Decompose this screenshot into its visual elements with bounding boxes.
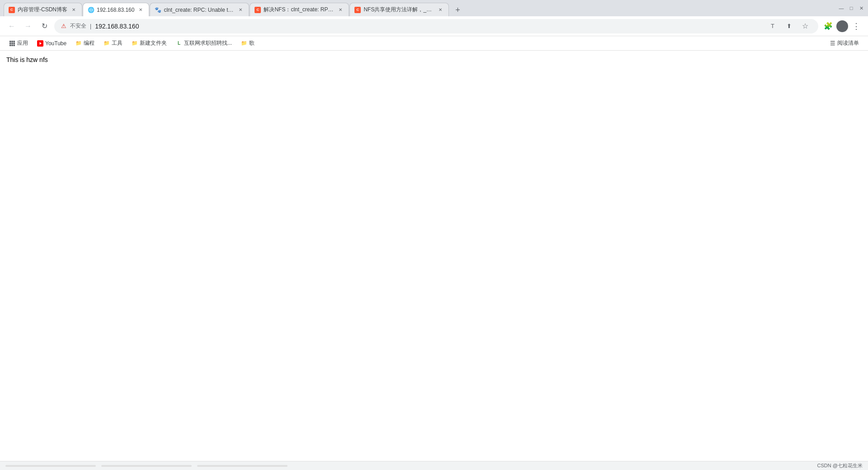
bookmark-new-folder-label: 新建文件夹 xyxy=(140,39,167,47)
security-warning-icon: ⚠ xyxy=(61,23,66,29)
tab-ip-address[interactable]: 🌐 192.168.83.160 ✕ xyxy=(83,3,149,16)
maximize-button[interactable]: □ xyxy=(848,5,854,11)
svg-rect-2 xyxy=(14,41,15,43)
bookmark-job-label: 互联网求职招聘找... xyxy=(184,39,232,47)
svg-rect-4 xyxy=(11,43,13,44)
tab-favicon-paw: 🐾 xyxy=(155,7,161,13)
extensions-button[interactable]: 🧩 xyxy=(822,20,835,33)
tab-title-clnt1: clnt_create: RPC: Unable to re... xyxy=(164,7,234,13)
address-bar[interactable]: ⚠ 不安全 | T ⬆ ☆ xyxy=(54,19,818,33)
tab-clnt-create1[interactable]: 🐾 clnt_create: RPC: Unable to re... ✕ xyxy=(150,3,249,16)
page-main-text: This is hzw nfs xyxy=(6,56,862,63)
tab-csdn-content[interactable]: C 内容管理-CSDN博客 ✕ xyxy=(4,3,82,16)
navigation-bar: ← → ↻ ⚠ 不安全 | T ⬆ ☆ 🧩 ⋮ xyxy=(0,16,868,36)
svg-rect-6 xyxy=(9,44,11,46)
security-label: 不安全 xyxy=(70,22,86,30)
folder-icon-music: 📁 xyxy=(241,40,247,47)
reload-button[interactable]: ↻ xyxy=(38,20,51,33)
svg-rect-1 xyxy=(11,41,13,43)
globe-icon: 🌐 xyxy=(88,7,94,13)
reading-list-label: 阅读清单 xyxy=(837,39,859,47)
job-icon: L xyxy=(176,40,182,47)
folder-icon-tools: 📁 xyxy=(104,40,110,47)
paw-icon: 🐾 xyxy=(155,7,161,13)
bookmark-job[interactable]: L 互联网求职招聘找... xyxy=(172,38,236,49)
bookmark-tools[interactable]: 📁 工具 xyxy=(100,38,126,49)
tab-favicon-globe: 🌐 xyxy=(88,7,94,13)
bookmark-youtube[interactable]: YouTube xyxy=(33,38,70,48)
reading-list-icon: ☰ xyxy=(830,40,835,47)
forward-button[interactable]: → xyxy=(22,20,34,33)
csdn-icon: C xyxy=(9,7,15,13)
tab-title-nfs-solve: 解决NFS：clnt_create: RPC: Po... xyxy=(264,6,334,14)
tab-close-1[interactable]: ✕ xyxy=(70,6,77,14)
bookmark-music[interactable]: 📁 歌 xyxy=(237,38,258,49)
page-content: This is hzw nfs xyxy=(0,51,868,461)
svg-rect-5 xyxy=(14,43,15,44)
address-separator: | xyxy=(90,23,91,29)
profile-avatar[interactable] xyxy=(836,20,848,32)
youtube-icon xyxy=(37,40,43,47)
bookmark-music-label: 歌 xyxy=(249,39,255,47)
share-icon[interactable]: ⬆ xyxy=(783,20,795,33)
bookmark-programming[interactable]: 📁 编程 xyxy=(72,38,98,49)
translate-icon[interactable]: T xyxy=(766,20,779,33)
csdn-icon-2: C xyxy=(255,7,261,13)
menu-button[interactable]: ⋮ xyxy=(850,20,863,33)
bookmarks-bar: 应用 YouTube 📁 编程 📁 工具 📁 新建文件夹 L 互联网求职招聘找.… xyxy=(0,36,868,51)
tab-nfs-share[interactable]: C NFS共享使用方法详解，_张必安... ✕ xyxy=(349,3,449,16)
folder-icon-new: 📁 xyxy=(132,40,138,47)
bookmark-star-icon[interactable]: ☆ xyxy=(799,20,811,33)
minimize-button[interactable]: — xyxy=(838,5,844,11)
new-tab-button[interactable]: + xyxy=(451,4,464,16)
svg-rect-0 xyxy=(9,41,11,43)
bookmark-new-folder[interactable]: 📁 新建文件夹 xyxy=(128,38,170,49)
tab-close-2[interactable]: ✕ xyxy=(137,6,144,14)
folder-icon-programming: 📁 xyxy=(75,40,82,47)
tab-title-ip: 192.168.83.160 xyxy=(97,7,134,13)
tab-close-5[interactable]: ✕ xyxy=(437,6,444,14)
back-button[interactable]: ← xyxy=(5,20,18,33)
bookmark-programming-label: 编程 xyxy=(84,39,94,47)
tab-close-3[interactable]: ✕ xyxy=(237,6,244,14)
svg-rect-7 xyxy=(11,44,13,46)
bookmark-apps-label: 应用 xyxy=(17,39,28,47)
close-button[interactable]: ✕ xyxy=(858,5,864,11)
tab-favicon-csdn1: C xyxy=(9,7,15,13)
bookmark-apps[interactable]: 应用 xyxy=(5,38,32,49)
svg-rect-8 xyxy=(14,44,15,46)
svg-rect-3 xyxy=(9,43,11,44)
csdn-icon-3: C xyxy=(354,7,361,13)
apps-grid-icon xyxy=(9,40,15,47)
tab-favicon-csdn2: C xyxy=(255,7,261,13)
reading-list-button[interactable]: ☰ 阅读清单 xyxy=(826,38,863,49)
bookmark-youtube-label: YouTube xyxy=(45,40,66,47)
tab-title-nfs-share: NFS共享使用方法详解，_张必安... xyxy=(363,6,434,14)
tabs-container: C 内容管理-CSDN博客 ✕ 🌐 192.168.83.160 ✕ 🐾 cln… xyxy=(4,0,838,16)
bookmark-tools-label: 工具 xyxy=(112,39,123,47)
tab-close-4[interactable]: ✕ xyxy=(337,6,344,14)
nav-right-icons: 🧩 ⋮ xyxy=(822,20,863,33)
address-input[interactable] xyxy=(95,23,763,30)
tab-favicon-csdn3: C xyxy=(354,7,361,13)
window-controls: — □ ✕ xyxy=(838,5,864,11)
title-bar: C 内容管理-CSDN博客 ✕ 🌐 192.168.83.160 ✕ 🐾 cln… xyxy=(0,0,868,16)
tab-nfs-solve[interactable]: C 解决NFS：clnt_create: RPC: Po... ✕ xyxy=(250,3,349,16)
tab-title-csdn1: 内容管理-CSDN博客 xyxy=(18,6,67,14)
